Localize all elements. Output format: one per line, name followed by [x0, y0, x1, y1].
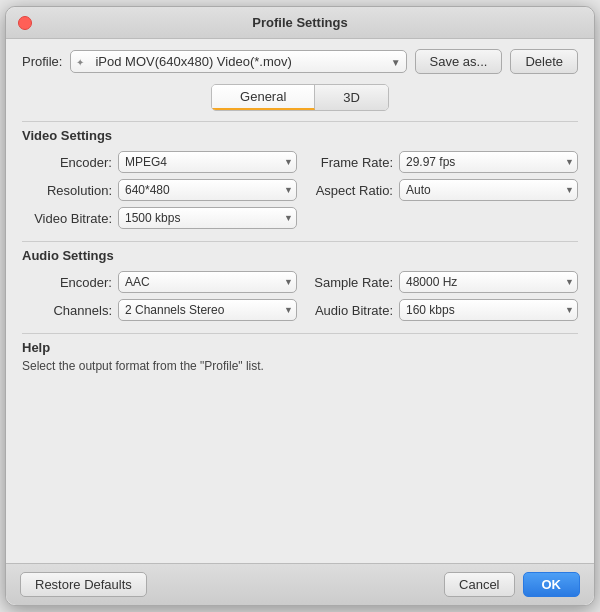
save-as-button[interactable]: Save as...: [415, 49, 503, 74]
close-button[interactable]: [18, 16, 32, 30]
frame-rate-row: Frame Rate: 29.97 fps ▼: [313, 151, 578, 173]
profile-select-wrapper: ✦ iPod MOV(640x480) Video(*.mov) ▼: [70, 50, 406, 73]
tabs-row: General 3D: [22, 84, 578, 111]
audio-bitrate-label: Audio Bitrate:: [313, 303, 393, 318]
sample-rate-label: Sample Rate:: [313, 275, 393, 290]
aspect-ratio-select[interactable]: Auto: [399, 179, 578, 201]
profile-label: Profile:: [22, 54, 62, 69]
aspect-ratio-select-wrap: Auto ▼: [399, 179, 578, 201]
video-bitrate-select[interactable]: 1500 kbps: [118, 207, 297, 229]
cancel-button[interactable]: Cancel: [444, 572, 514, 597]
audio-encoder-row: Encoder: AAC ▼: [32, 271, 297, 293]
frame-rate-select[interactable]: 29.97 fps: [399, 151, 578, 173]
help-text: Select the output format from the "Profi…: [22, 359, 578, 373]
video-settings-grid: Encoder: MPEG4 ▼ Frame Rate: 29.97 fps: [22, 151, 578, 229]
channels-select-wrap: 2 Channels Stereo ▼: [118, 299, 297, 321]
profile-select[interactable]: iPod MOV(640x480) Video(*.mov): [70, 50, 406, 73]
channels-label: Channels:: [32, 303, 112, 318]
sample-rate-select-wrap: 48000 Hz ▼: [399, 271, 578, 293]
resolution-row: Resolution: 640*480 ▼: [32, 179, 297, 201]
delete-button[interactable]: Delete: [510, 49, 578, 74]
profile-row: Profile: ✦ iPod MOV(640x480) Video(*.mov…: [22, 49, 578, 74]
resolution-select[interactable]: 640*480: [118, 179, 297, 201]
tab-general[interactable]: General: [212, 85, 315, 110]
sample-rate-row: Sample Rate: 48000 Hz ▼: [313, 271, 578, 293]
help-title: Help: [22, 340, 578, 355]
audio-divider: [22, 241, 578, 242]
aspect-ratio-label: Aspect Ratio:: [313, 183, 393, 198]
video-settings-title: Video Settings: [22, 128, 578, 143]
title-bar: Profile Settings: [6, 7, 594, 39]
audio-bitrate-row: Audio Bitrate: 160 kbps ▼: [313, 299, 578, 321]
ok-button[interactable]: OK: [523, 572, 581, 597]
audio-encoder-select-wrap: AAC ▼: [118, 271, 297, 293]
sample-rate-select[interactable]: 48000 Hz: [399, 271, 578, 293]
channels-select[interactable]: 2 Channels Stereo: [118, 299, 297, 321]
video-settings-section: Video Settings Encoder: MPEG4 ▼ Frame Ra…: [22, 121, 578, 229]
video-encoder-select-wrap: MPEG4 ▼: [118, 151, 297, 173]
restore-defaults-button[interactable]: Restore Defaults: [20, 572, 147, 597]
dialog-footer: Restore Defaults Cancel OK: [6, 563, 594, 605]
audio-settings-title: Audio Settings: [22, 248, 578, 263]
resolution-select-wrap: 640*480 ▼: [118, 179, 297, 201]
audio-settings-section: Audio Settings Encoder: AAC ▼ Sample Rat…: [22, 241, 578, 321]
dialog-body: Profile: ✦ iPod MOV(640x480) Video(*.mov…: [6, 39, 594, 563]
video-bitrate-row: Video Bitrate: 1500 kbps ▼: [32, 207, 297, 229]
frame-rate-select-wrap: 29.97 fps ▼: [399, 151, 578, 173]
tab-3d[interactable]: 3D: [315, 85, 388, 110]
audio-bitrate-select-wrap: 160 kbps ▼: [399, 299, 578, 321]
video-encoder-select[interactable]: MPEG4: [118, 151, 297, 173]
help-section: Help Select the output format from the "…: [22, 333, 578, 373]
frame-rate-label: Frame Rate:: [313, 155, 393, 170]
video-encoder-label: Encoder:: [32, 155, 112, 170]
video-bitrate-select-wrap: 1500 kbps ▼: [118, 207, 297, 229]
audio-bitrate-select[interactable]: 160 kbps: [399, 299, 578, 321]
audio-encoder-label: Encoder:: [32, 275, 112, 290]
audio-encoder-select[interactable]: AAC: [118, 271, 297, 293]
video-bitrate-label: Video Bitrate:: [32, 211, 112, 226]
audio-settings-grid: Encoder: AAC ▼ Sample Rate: 48000 Hz: [22, 271, 578, 321]
dialog-title: Profile Settings: [252, 15, 347, 30]
tabs-container: General 3D: [211, 84, 389, 111]
video-encoder-row: Encoder: MPEG4 ▼: [32, 151, 297, 173]
footer-left: Restore Defaults: [20, 572, 147, 597]
channels-row: Channels: 2 Channels Stereo ▼: [32, 299, 297, 321]
footer-right: Cancel OK: [444, 572, 580, 597]
aspect-ratio-row: Aspect Ratio: Auto ▼: [313, 179, 578, 201]
resolution-label: Resolution:: [32, 183, 112, 198]
video-divider: [22, 121, 578, 122]
profile-settings-dialog: Profile Settings Profile: ✦ iPod MOV(640…: [5, 6, 595, 606]
